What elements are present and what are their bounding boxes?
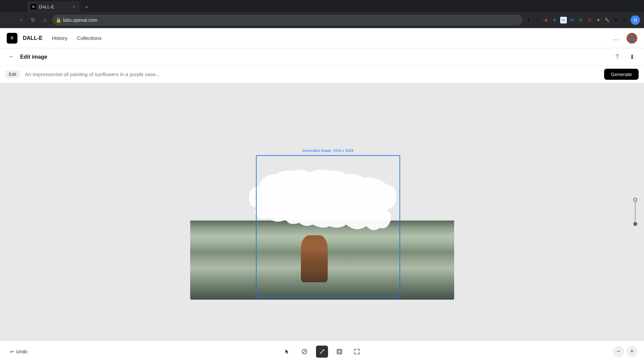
cursor-icon — [284, 349, 290, 355]
nav-more-button[interactable]: ... — [610, 33, 621, 44]
frame-icon — [336, 349, 342, 355]
active-tab[interactable]: D DALL-E × — [27, 1, 80, 12]
tab-close-button[interactable]: × — [71, 4, 76, 9]
bottom-toolbar: ↩ Undo — [0, 341, 644, 362]
app-brand-name: DALL-E — [23, 35, 43, 41]
nav-link-history[interactable]: History — [48, 33, 72, 43]
app-logo-text: D — [11, 36, 13, 40]
ext-star-icon[interactable]: ☆ — [534, 17, 541, 23]
ext-9[interactable]: ⊞ — [612, 17, 619, 23]
svg-rect-3 — [338, 350, 341, 353]
app-container: D DALL-E History Collections ... 👤 ← Edi… — [0, 28, 644, 362]
help-button[interactable]: ? — [612, 52, 623, 62]
browser-chrome: D DALL-E × + ← → ↻ ⌂ 🔒 labs.openai.com ⬇… — [0, 0, 644, 28]
edit-mode-badge[interactable]: Edit — [5, 70, 19, 78]
undo-button[interactable]: ↩ Undo — [7, 347, 31, 356]
edit-header-actions: ? ⬇ — [612, 52, 637, 62]
eraser-icon — [302, 349, 308, 355]
forward-button[interactable]: → — [16, 15, 25, 25]
nav-link-collections[interactable]: Collections — [73, 33, 105, 43]
address-field[interactable]: labs.openai.com — [52, 15, 523, 25]
address-lock-icon: 🔒 — [56, 17, 61, 23]
ext-1[interactable]: A — [543, 17, 549, 23]
back-button[interactable]: ← — [4, 15, 13, 25]
canvas-area: Generated Image: 1024 x 1024 — [0, 83, 644, 341]
zoom-slider[interactable] — [633, 198, 637, 226]
prompt-input[interactable] — [22, 71, 601, 77]
edit-image-title: Edit image — [20, 54, 47, 60]
zoom-bottom-handle[interactable] — [633, 222, 637, 226]
ext-6[interactable]: ⬡ — [586, 17, 593, 23]
address-bar: ← → ↻ ⌂ 🔒 labs.openai.com ⬇ ☆ A P M W G … — [0, 12, 644, 28]
app-logo: D — [7, 33, 17, 44]
deer-shape — [301, 235, 328, 282]
brush-tool-button[interactable] — [316, 346, 328, 358]
ext-download-icon[interactable]: ⬇ — [525, 17, 532, 23]
ext-8[interactable]: 🔧 — [604, 17, 610, 23]
eraser-tool-button[interactable] — [299, 346, 311, 358]
image-container: Generated Image: 1024 x 1024 — [190, 124, 454, 300]
home-button[interactable]: ⌂ — [40, 15, 50, 25]
extension-icons: ⬇ ☆ A P M W G ⬡ ★ 🔧 ⊞ ☰ — [525, 17, 628, 23]
profile-avatar[interactable]: U — [631, 15, 640, 25]
prompt-bar: Edit Generate — [0, 66, 644, 83]
address-input-wrapper[interactable]: 🔒 labs.openai.com — [52, 15, 523, 25]
ext-7[interactable]: ★ — [595, 17, 602, 23]
back-button[interactable]: ← — [7, 52, 16, 62]
ext-3[interactable]: M — [560, 17, 567, 23]
ext-5[interactable]: G — [578, 17, 584, 23]
zoom-button-group: − + — [613, 346, 637, 357]
expand-icon — [354, 349, 360, 355]
select-tool-button[interactable] — [281, 346, 293, 358]
refresh-button[interactable]: ↻ — [28, 15, 38, 25]
ext-4[interactable]: W — [569, 17, 576, 23]
new-tab-button[interactable]: + — [82, 3, 91, 12]
undo-label: Undo — [16, 349, 27, 354]
svg-rect-2 — [337, 349, 342, 354]
expand-tool-button[interactable] — [351, 346, 363, 358]
frame-tool-button[interactable] — [333, 346, 345, 358]
app-nav: D DALL-E History Collections ... 👤 — [0, 28, 644, 48]
canvas-image[interactable]: Generated Image: 1024 x 1024 — [190, 124, 454, 300]
zoom-track — [635, 202, 636, 222]
ext-10[interactable]: ☰ — [621, 17, 628, 23]
tab-title: DALL-E — [39, 4, 68, 9]
svg-point-1 — [323, 349, 324, 351]
ext-2[interactable]: P — [551, 17, 558, 23]
zoom-out-button[interactable]: − — [613, 346, 624, 357]
zoom-top-handle[interactable] — [633, 198, 637, 202]
edit-image-header: ← Edit image ? ⬇ — [0, 48, 644, 66]
toolbar-center — [31, 346, 613, 358]
tab-bar: D DALL-E × + — [0, 0, 644, 12]
user-avatar[interactable]: 👤 — [627, 33, 637, 44]
undo-icon: ↩ — [10, 349, 14, 354]
brush-icon — [319, 349, 325, 355]
tab-favicon: D — [31, 4, 36, 9]
download-button[interactable]: ⬇ — [627, 52, 637, 62]
generate-button[interactable]: Generate — [604, 69, 639, 80]
white-mask — [249, 168, 396, 233]
app-nav-links: History Collections — [48, 33, 106, 43]
zoom-in-button[interactable]: + — [627, 346, 637, 357]
